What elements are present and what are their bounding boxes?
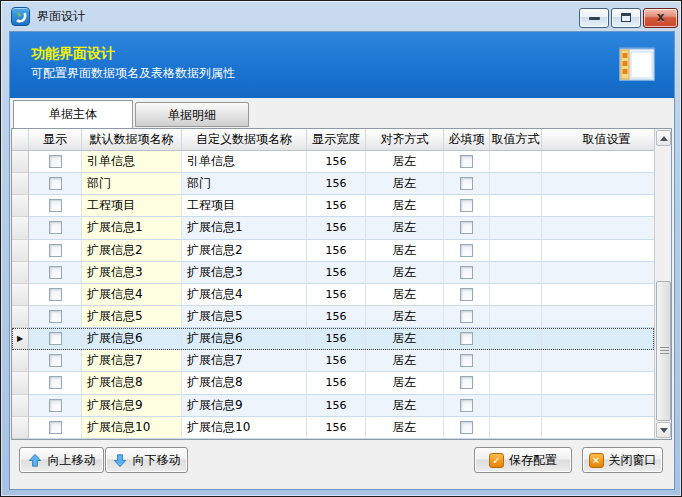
maximize-button[interactable]: [611, 8, 641, 28]
close-button[interactable]: x: [643, 8, 678, 28]
table-row[interactable]: ▶ 扩展信息9 扩展信息9 156 居左: [12, 395, 654, 417]
table-row[interactable]: ▶ 部门 部门 156 居左: [12, 173, 654, 195]
value-method-cell[interactable]: [490, 262, 542, 284]
align-cell[interactable]: 居左: [366, 262, 444, 284]
display-checkbox[interactable]: [49, 288, 62, 301]
value-setting-cell[interactable]: [542, 328, 654, 350]
value-setting-cell[interactable]: [542, 240, 654, 262]
scrollbar-thumb[interactable]: [656, 281, 671, 421]
default-name-cell[interactable]: 部门: [82, 173, 182, 195]
row-selector-cell[interactable]: ▶: [12, 195, 29, 217]
row-selector-cell[interactable]: ▶: [12, 240, 29, 262]
default-name-cell[interactable]: 扩展信息5: [82, 306, 182, 328]
minimize-button[interactable]: [579, 8, 609, 28]
width-cell[interactable]: 156: [307, 395, 366, 417]
row-selector-cell[interactable]: ▶: [12, 372, 29, 394]
align-cell[interactable]: 居左: [366, 328, 444, 350]
align-cell[interactable]: 居左: [366, 350, 444, 372]
required-checkbox[interactable]: [460, 354, 473, 367]
custom-name-cell[interactable]: 部门: [182, 173, 307, 195]
align-cell[interactable]: 居左: [366, 284, 444, 306]
vertical-scrollbar[interactable]: [654, 129, 671, 439]
col-header-required[interactable]: 必填项: [444, 129, 490, 150]
custom-name-cell[interactable]: 扩展信息5: [182, 306, 307, 328]
table-row[interactable]: ▶ 扩展信息2 扩展信息2 156 居左: [12, 240, 654, 262]
display-checkbox[interactable]: [49, 421, 62, 434]
required-checkbox[interactable]: [460, 221, 473, 234]
width-cell[interactable]: 156: [307, 240, 366, 262]
default-name-cell[interactable]: 扩展信息9: [82, 395, 182, 417]
value-method-cell[interactable]: [490, 217, 542, 239]
width-cell[interactable]: 156: [307, 328, 366, 350]
row-selector-cell[interactable]: ▶: [12, 395, 29, 417]
align-cell[interactable]: 居左: [366, 395, 444, 417]
table-row[interactable]: ▶ 工程项目 工程项目 156 居左: [12, 195, 654, 217]
display-checkbox[interactable]: [49, 244, 62, 257]
row-selector-cell[interactable]: ▶: [12, 350, 29, 372]
table-row[interactable]: ▶ 扩展信息1 扩展信息1 156 居左: [12, 217, 654, 239]
default-name-cell[interactable]: 扩展信息3: [82, 262, 182, 284]
value-method-cell[interactable]: [490, 417, 542, 439]
row-selector-cell[interactable]: ▶: [12, 217, 29, 239]
required-checkbox[interactable]: [460, 376, 473, 389]
col-header-width[interactable]: 显示宽度: [307, 129, 366, 150]
value-method-cell[interactable]: [490, 395, 542, 417]
required-checkbox[interactable]: [460, 332, 473, 345]
value-setting-cell[interactable]: [542, 395, 654, 417]
width-cell[interactable]: 156: [307, 417, 366, 439]
row-selector-cell[interactable]: ▶: [12, 328, 29, 350]
width-cell[interactable]: 156: [307, 173, 366, 195]
value-method-cell[interactable]: [490, 151, 542, 173]
default-name-cell[interactable]: 扩展信息6: [82, 328, 182, 350]
value-method-cell[interactable]: [490, 372, 542, 394]
custom-name-cell[interactable]: 扩展信息8: [182, 372, 307, 394]
custom-name-cell[interactable]: 扩展信息3: [182, 262, 307, 284]
value-method-cell[interactable]: [490, 195, 542, 217]
value-setting-cell[interactable]: [542, 417, 654, 439]
tab-bill-detail[interactable]: 单据明细: [135, 102, 249, 127]
align-cell[interactable]: 居左: [366, 240, 444, 262]
align-cell[interactable]: 居左: [366, 372, 444, 394]
tab-bill-main[interactable]: 单据主体: [13, 100, 133, 128]
value-method-cell[interactable]: [490, 240, 542, 262]
col-header-display[interactable]: 显示: [29, 129, 82, 150]
custom-name-cell[interactable]: 扩展信息4: [182, 284, 307, 306]
required-checkbox[interactable]: [460, 155, 473, 168]
required-checkbox[interactable]: [460, 310, 473, 323]
value-setting-cell[interactable]: [542, 195, 654, 217]
width-cell[interactable]: 156: [307, 262, 366, 284]
custom-name-cell[interactable]: 扩展信息10: [182, 417, 307, 439]
required-checkbox[interactable]: [460, 199, 473, 212]
default-name-cell[interactable]: 扩展信息1: [82, 217, 182, 239]
default-name-cell[interactable]: 扩展信息4: [82, 284, 182, 306]
value-setting-cell[interactable]: [542, 262, 654, 284]
row-selector-cell[interactable]: ▶: [12, 306, 29, 328]
required-checkbox[interactable]: [460, 399, 473, 412]
custom-name-cell[interactable]: 扩展信息7: [182, 350, 307, 372]
width-cell[interactable]: 156: [307, 372, 366, 394]
table-row[interactable]: ▶ 扩展信息3 扩展信息3 156 居左: [12, 262, 654, 284]
display-checkbox[interactable]: [49, 354, 62, 367]
required-checkbox[interactable]: [460, 288, 473, 301]
default-name-cell[interactable]: 扩展信息7: [82, 350, 182, 372]
value-setting-cell[interactable]: [542, 151, 654, 173]
value-method-cell[interactable]: [490, 328, 542, 350]
row-selector-cell[interactable]: ▶: [12, 173, 29, 195]
width-cell[interactable]: 156: [307, 284, 366, 306]
scroll-up-button[interactable]: [656, 130, 671, 146]
row-selector-cell[interactable]: ▶: [12, 284, 29, 306]
align-cell[interactable]: 居左: [366, 417, 444, 439]
required-checkbox[interactable]: [460, 266, 473, 279]
custom-name-cell[interactable]: 扩展信息9: [182, 395, 307, 417]
table-row[interactable]: ▶ 扩展信息7 扩展信息7 156 居左: [12, 350, 654, 372]
required-checkbox[interactable]: [460, 177, 473, 190]
width-cell[interactable]: 156: [307, 217, 366, 239]
default-name-cell[interactable]: 扩展信息10: [82, 417, 182, 439]
width-cell[interactable]: 156: [307, 195, 366, 217]
titlebar[interactable]: 界面设计 x: [1, 1, 681, 31]
table-row[interactable]: ▶ 扩展信息8 扩展信息8 156 居左: [12, 372, 654, 394]
display-checkbox[interactable]: [49, 155, 62, 168]
close-window-button[interactable]: ✕ 关闭窗口: [582, 447, 663, 473]
custom-name-cell[interactable]: 扩展信息6: [182, 328, 307, 350]
align-cell[interactable]: 居左: [366, 306, 444, 328]
